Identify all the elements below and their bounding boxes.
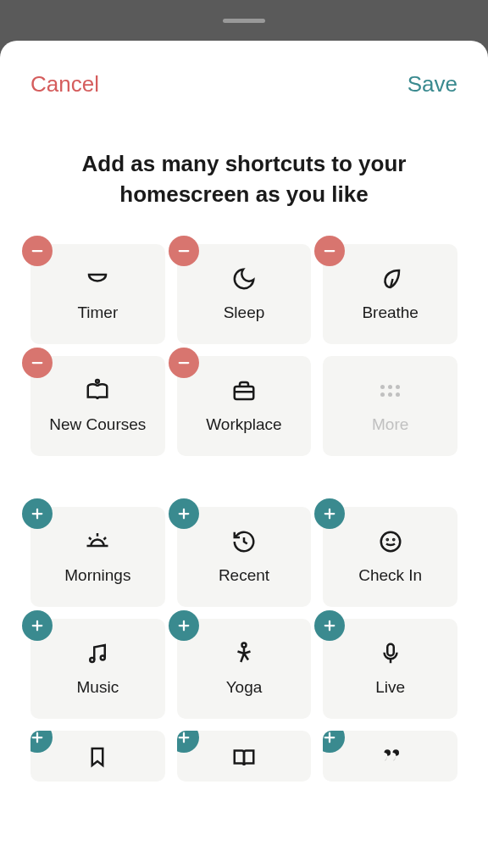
selected-shortcuts-grid: Timer Sleep Breathe: [0, 244, 488, 456]
plus-icon: [322, 618, 337, 633]
plus-icon: [323, 731, 337, 745]
add-badge[interactable]: [314, 498, 345, 529]
dots-icon: [378, 378, 403, 403]
minus-icon: [176, 243, 191, 259]
plus-icon: [177, 731, 191, 745]
minus-icon: [30, 355, 45, 370]
yoga-icon: [231, 641, 257, 666]
plus-icon: [30, 506, 45, 521]
shortcut-tile-yoga[interactable]: Yoga: [177, 619, 312, 719]
history-icon: [231, 529, 257, 554]
leaf-icon: [378, 266, 403, 292]
book-open-icon: [85, 378, 110, 403]
remove-badge[interactable]: [169, 236, 199, 266]
music-icon: [85, 641, 110, 666]
modal-sheet: Cancel Save Add as many shortcuts to you…: [0, 41, 488, 868]
save-button[interactable]: Save: [408, 71, 458, 97]
bookmark-icon: [85, 744, 110, 770]
shortcut-tile-book[interactable]: [177, 731, 312, 782]
tile-label: Live: [375, 678, 405, 697]
cancel-button[interactable]: Cancel: [30, 71, 99, 97]
remove-badge[interactable]: [169, 348, 199, 378]
tile-label: Music: [77, 678, 119, 697]
plus-icon: [322, 506, 337, 521]
shortcut-tile-check-in[interactable]: Check In: [323, 507, 458, 607]
svg-point-19: [380, 532, 400, 552]
shortcut-tile-more: More: [323, 356, 458, 456]
tile-label: More: [372, 415, 408, 434]
shortcut-tile-timer[interactable]: Timer: [30, 244, 165, 344]
plus-icon: [176, 506, 191, 521]
tile-label: Timer: [77, 303, 118, 322]
svg-point-28: [241, 643, 246, 647]
svg-point-21: [393, 539, 394, 540]
svg-point-5: [96, 380, 99, 383]
add-badge[interactable]: [323, 731, 345, 753]
svg-point-25: [101, 655, 105, 659]
page-title: Add as many shortcuts to your homescreen…: [0, 97, 488, 244]
svg-point-20: [386, 539, 387, 540]
modal-header: Cancel Save: [0, 41, 488, 97]
shortcut-tile-quote[interactable]: [323, 731, 458, 782]
tile-label: Mornings: [64, 566, 130, 585]
minus-icon: [176, 355, 191, 370]
svg-point-24: [91, 658, 95, 662]
add-badge[interactable]: [169, 610, 199, 641]
shortcut-tile-music[interactable]: Music: [30, 619, 165, 719]
tile-label: Check In: [358, 566, 422, 585]
shortcut-tile-sleep[interactable]: Sleep: [177, 244, 312, 344]
timer-icon: [85, 266, 110, 292]
remove-badge[interactable]: [22, 236, 53, 266]
plus-icon: [30, 618, 45, 633]
tile-label: Workplace: [206, 415, 281, 434]
minus-icon: [322, 243, 337, 259]
sunrise-icon: [85, 529, 110, 554]
shortcut-tile-bookmark[interactable]: [30, 731, 165, 782]
moon-icon: [231, 266, 257, 292]
svg-line-14: [104, 537, 107, 540]
tile-label: Recent: [219, 566, 269, 585]
plus-icon: [176, 618, 191, 633]
book-icon: [231, 744, 257, 770]
tile-label: New Courses: [49, 415, 146, 434]
mic-icon: [378, 641, 403, 666]
shortcut-tile-breathe[interactable]: Breathe: [323, 244, 458, 344]
svg-line-13: [89, 537, 92, 540]
tile-label: Yoga: [226, 678, 263, 697]
smile-icon: [378, 529, 403, 554]
available-shortcuts-grid: Mornings Recent Check In: [0, 507, 488, 782]
add-badge[interactable]: [177, 731, 199, 753]
add-badge[interactable]: [169, 498, 199, 529]
shortcut-tile-live[interactable]: Live: [323, 619, 458, 719]
add-badge[interactable]: [314, 610, 345, 641]
shortcut-tile-workplace[interactable]: Workplace: [177, 356, 312, 456]
svg-rect-31: [387, 644, 394, 656]
sheet-handle: [223, 19, 265, 23]
shortcut-tile-new-courses[interactable]: New Courses: [30, 356, 165, 456]
remove-badge[interactable]: [314, 236, 345, 266]
add-badge[interactable]: [30, 731, 53, 753]
remove-badge[interactable]: [22, 348, 53, 378]
quote-icon: [378, 744, 403, 770]
shortcut-tile-mornings[interactable]: Mornings: [30, 507, 165, 607]
shortcut-tile-recent[interactable]: Recent: [177, 507, 312, 607]
add-badge[interactable]: [22, 498, 53, 529]
add-badge[interactable]: [22, 610, 53, 641]
plus-icon: [30, 731, 45, 745]
tile-label: Sleep: [224, 303, 265, 322]
briefcase-icon: [231, 378, 257, 403]
tile-label: Breathe: [362, 303, 419, 322]
minus-icon: [30, 243, 45, 259]
